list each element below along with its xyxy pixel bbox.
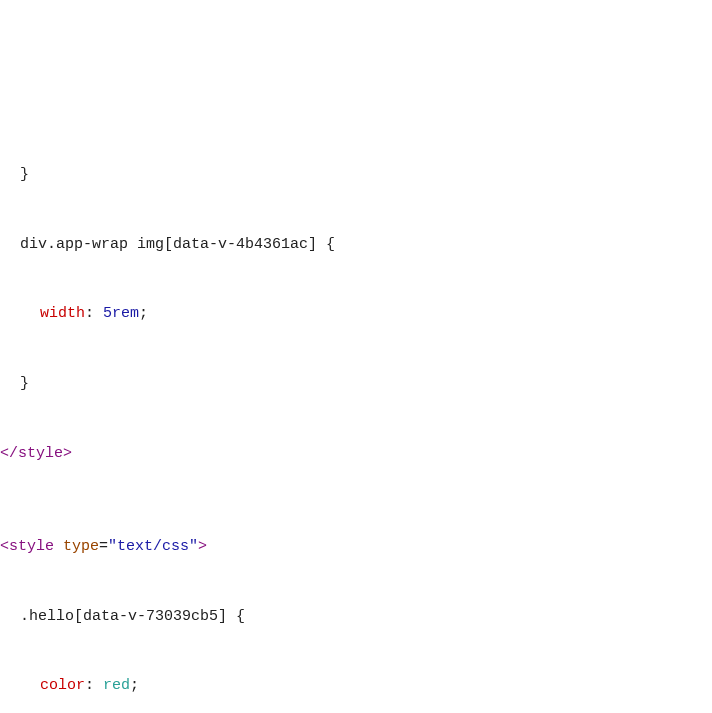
css-declaration[interactable]: width: 5rem; xyxy=(0,302,712,325)
css-brace: } xyxy=(0,163,712,186)
style-open-tag[interactable]: <style type="text/css"> xyxy=(0,535,712,558)
css-brace: } xyxy=(0,372,712,395)
css-declaration[interactable]: color: red; xyxy=(0,674,712,697)
style-close-tag[interactable]: </style> xyxy=(0,442,712,465)
css-selector[interactable]: .hello[data-v-73039cb5] { xyxy=(0,605,712,628)
css-selector[interactable]: div.app-wrap img[data-v-4b4361ac] { xyxy=(0,233,712,256)
elements-panel: } div.app-wrap img[data-v-4b4361ac] { wi… xyxy=(0,93,712,713)
